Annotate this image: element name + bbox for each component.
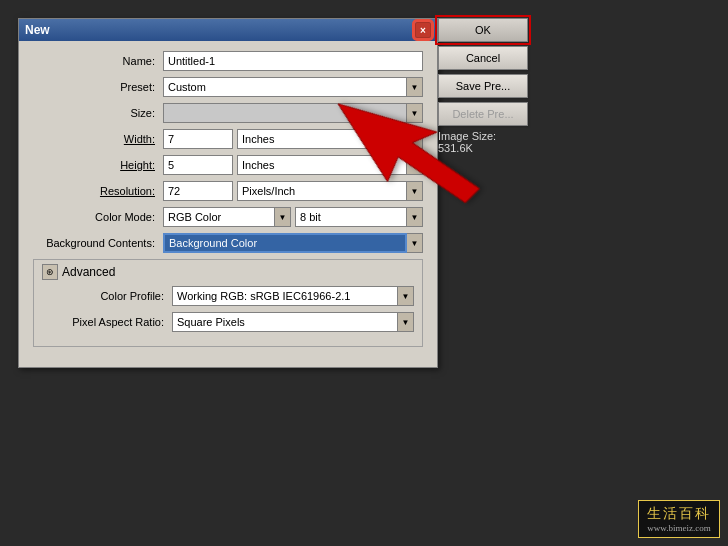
color-mode-row: Color Mode: ▼ ▼ (33, 207, 423, 227)
width-input[interactable] (163, 129, 233, 149)
resolution-input[interactable] (163, 181, 233, 201)
width-unit-wrapper: ▼ (237, 129, 423, 149)
width-label: Width: (33, 133, 163, 145)
width-unit-arrow[interactable]: ▼ (407, 129, 423, 149)
color-profile-row: Color Profile: ▼ (42, 286, 414, 306)
bit-depth-arrow[interactable]: ▼ (407, 207, 423, 227)
right-panel: OK Cancel Save Pre... Delete Pre... (438, 18, 528, 126)
color-mode-wrapper: ▼ (163, 207, 291, 227)
pixel-aspect-wrapper: ▼ (172, 312, 414, 332)
close-button[interactable]: × (415, 22, 431, 38)
height-row: Height: ▼ (33, 155, 423, 175)
size-input (163, 103, 407, 123)
advanced-toggle[interactable]: ⊛ (42, 264, 58, 280)
image-size-value: 531.6K (438, 142, 496, 154)
width-row: Width: ▼ (33, 129, 423, 149)
color-profile-arrow[interactable]: ▼ (398, 286, 414, 306)
color-profile-input[interactable] (172, 286, 398, 306)
close-icon: × (420, 25, 426, 36)
color-mode-label: Color Mode: (33, 211, 163, 223)
color-mode-group: ▼ ▼ (163, 207, 423, 227)
height-input[interactable] (163, 155, 233, 175)
preset-input[interactable] (163, 77, 407, 97)
dialog-body: Name: Preset: ▼ Size: ▼ Width: (19, 41, 437, 367)
color-mode-input[interactable] (163, 207, 275, 227)
width-group: ▼ (163, 129, 423, 149)
watermark-url: www.bimeiz.com (647, 523, 711, 533)
bg-contents-arrow[interactable]: ▼ (407, 233, 423, 253)
resolution-label: Resolution: (33, 185, 163, 197)
watermark: 生活百科 www.bimeiz.com (638, 500, 720, 538)
resolution-row: Resolution: ▼ (33, 181, 423, 201)
resolution-unit-arrow[interactable]: ▼ (407, 181, 423, 201)
advanced-section: ⊛ Advanced Color Profile: ▼ Pixel Aspect… (33, 259, 423, 347)
image-size-label: Image Size: (438, 130, 496, 142)
bg-contents-row: Background Contents: ▼ (33, 233, 423, 253)
delete-preset-label: Delete Pre... (452, 108, 513, 120)
height-unit-input (237, 155, 407, 175)
color-mode-arrow[interactable]: ▼ (275, 207, 291, 227)
name-label: Name: (33, 55, 163, 67)
preset-dropdown-wrapper: ▼ (163, 77, 423, 97)
watermark-text: 生活百科 (647, 505, 711, 523)
advanced-header[interactable]: ⊛ Advanced (42, 264, 414, 280)
ok-label: OK (475, 24, 491, 36)
save-preset-label: Save Pre... (456, 80, 510, 92)
bit-depth-wrapper: ▼ (295, 207, 423, 227)
pixel-aspect-row: Pixel Aspect Ratio: ▼ (42, 312, 414, 332)
size-row: Size: ▼ (33, 103, 423, 123)
preset-dropdown-arrow[interactable]: ▼ (407, 77, 423, 97)
name-row: Name: (33, 51, 423, 71)
height-group: ▼ (163, 155, 423, 175)
save-preset-button[interactable]: Save Pre... (438, 74, 528, 98)
size-label: Size: (33, 107, 163, 119)
preset-label: Preset: (33, 81, 163, 93)
advanced-label: Advanced (62, 265, 115, 279)
image-size-info: Image Size: 531.6K (438, 130, 496, 154)
name-input[interactable] (163, 51, 423, 71)
height-label: Height: (33, 159, 163, 171)
cancel-label: Cancel (466, 52, 500, 64)
cancel-button[interactable]: Cancel (438, 46, 528, 70)
bit-depth-input[interactable] (295, 207, 407, 227)
pixel-aspect-label: Pixel Aspect Ratio: (42, 316, 172, 328)
height-unit-arrow[interactable]: ▼ (407, 155, 423, 175)
color-profile-label: Color Profile: (42, 290, 172, 302)
color-profile-wrapper: ▼ (172, 286, 414, 306)
bg-contents-label: Background Contents: (33, 237, 163, 249)
pixel-aspect-input[interactable] (172, 312, 398, 332)
resolution-unit-input (237, 181, 407, 201)
resolution-group: ▼ (163, 181, 423, 201)
preset-row: Preset: ▼ (33, 77, 423, 97)
bg-contents-wrapper: ▼ (163, 233, 423, 253)
dialog-title: New (25, 23, 50, 37)
size-dropdown-arrow[interactable]: ▼ (407, 103, 423, 123)
bg-contents-input[interactable] (163, 233, 407, 253)
width-unit-input (237, 129, 407, 149)
delete-preset-button[interactable]: Delete Pre... (438, 102, 528, 126)
resolution-unit-wrapper: ▼ (237, 181, 423, 201)
pixel-aspect-arrow[interactable]: ▼ (398, 312, 414, 332)
height-unit-wrapper: ▼ (237, 155, 423, 175)
dialog-titlebar: New × (19, 19, 437, 41)
ok-button[interactable]: OK (438, 18, 528, 42)
size-dropdown-wrapper: ▼ (163, 103, 423, 123)
new-dialog: New × Name: Preset: ▼ Size: ▼ (18, 18, 438, 368)
